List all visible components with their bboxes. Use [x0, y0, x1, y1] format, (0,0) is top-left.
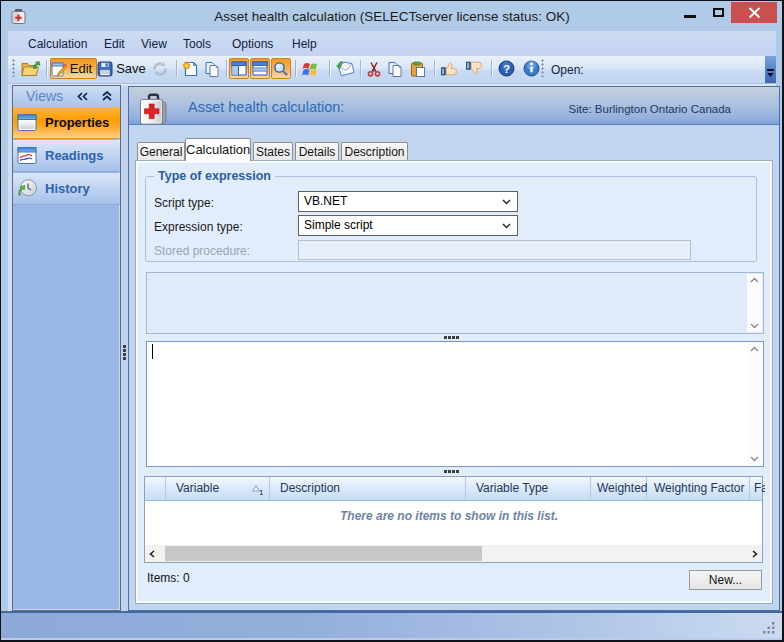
svg-text:?: ? — [503, 63, 510, 75]
svg-text:1: 1 — [259, 488, 263, 496]
